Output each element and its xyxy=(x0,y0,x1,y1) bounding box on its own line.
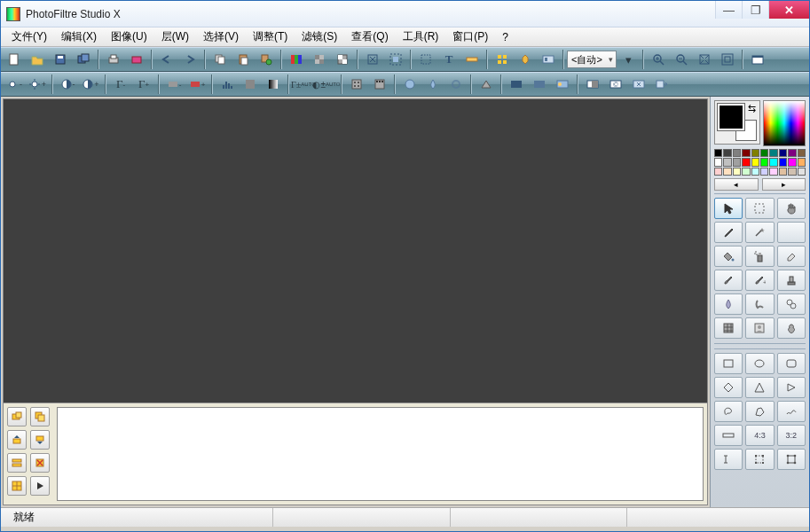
histogram-button[interactable] xyxy=(216,74,238,94)
save-layers-button[interactable] xyxy=(73,50,94,69)
aspect-32[interactable]: 3:2 xyxy=(777,425,806,446)
palette-color[interactable] xyxy=(742,149,750,157)
palette-color[interactable] xyxy=(769,149,777,157)
gamma-plus-button[interactable]: Γ+ xyxy=(133,74,154,94)
palette-prev-button[interactable]: ◂ xyxy=(714,178,759,191)
transform-tool[interactable] xyxy=(777,449,806,470)
clone-tool[interactable] xyxy=(777,293,806,315)
menu-layer[interactable]: 层(W) xyxy=(154,27,196,46)
portrait-tool[interactable] xyxy=(745,317,774,339)
fullscreen-button[interactable] xyxy=(747,50,768,69)
image-size-button[interactable] xyxy=(362,50,383,69)
shape-rect[interactable] xyxy=(714,353,743,374)
save-button[interactable] xyxy=(50,50,71,69)
export-button[interactable] xyxy=(651,74,672,94)
palette-color[interactable] xyxy=(779,149,787,157)
layer-thumbnails[interactable] xyxy=(57,407,704,501)
close-button[interactable]: ✕ xyxy=(768,1,809,19)
contrast-plus-button[interactable]: + xyxy=(80,74,101,94)
deform-tool[interactable] xyxy=(777,317,806,339)
new-button[interactable] xyxy=(4,50,25,69)
menu-adjust[interactable]: 调整(T) xyxy=(246,27,295,46)
advanced-brush-tool[interactable]: + xyxy=(745,270,774,291)
wand-tool[interactable] xyxy=(745,222,774,243)
transparent-button[interactable] xyxy=(332,50,353,69)
menu-file[interactable]: 文件(Y) xyxy=(4,27,54,46)
open-button[interactable] xyxy=(27,50,48,69)
hand-tool[interactable] xyxy=(777,198,806,219)
caret-tool[interactable] xyxy=(714,449,743,470)
shape-polygon[interactable] xyxy=(745,401,774,422)
sharpen-button[interactable] xyxy=(346,74,367,94)
paste-button[interactable] xyxy=(232,50,254,69)
foreground-color[interactable] xyxy=(718,104,744,130)
palette-color[interactable] xyxy=(751,149,759,157)
redo-button[interactable] xyxy=(179,50,201,69)
palette-color[interactable] xyxy=(798,149,806,157)
palette-color[interactable] xyxy=(788,158,796,166)
automate-button[interactable] xyxy=(492,50,513,69)
auto-zoom-button[interactable] xyxy=(717,50,738,69)
contrast-minus-button[interactable]: - xyxy=(57,74,78,94)
shape-diamond[interactable] xyxy=(714,377,743,398)
shape-free[interactable] xyxy=(777,401,806,422)
palette-color[interactable] xyxy=(769,158,777,166)
variations-2-button[interactable] xyxy=(529,74,550,94)
photomasque-button[interactable] xyxy=(582,74,603,94)
plugin-filter-button[interactable] xyxy=(628,74,649,94)
palette-color[interactable] xyxy=(769,168,777,176)
soften-button[interactable] xyxy=(445,74,467,94)
layer-grid-button[interactable] xyxy=(7,476,27,496)
palette-color[interactable] xyxy=(742,168,750,176)
menu-help[interactable]: ? xyxy=(495,29,515,45)
select-tool[interactable] xyxy=(745,198,774,219)
indexed-button[interactable] xyxy=(309,50,330,69)
gradient-button[interactable] xyxy=(263,74,284,94)
palette-color[interactable] xyxy=(788,168,796,176)
copy-button[interactable] xyxy=(209,50,231,69)
palette-color[interactable] xyxy=(733,158,741,166)
menu-image[interactable]: 图像(U) xyxy=(104,27,154,46)
zoom-select[interactable]: <自动> xyxy=(567,51,617,68)
show-selection-button[interactable] xyxy=(415,50,436,69)
copyright-button[interactable]: © xyxy=(605,74,626,94)
zoom-in-button[interactable] xyxy=(648,50,669,69)
auto-levels-button[interactable]: Γ±AUTO xyxy=(293,74,314,94)
swap-colors-icon[interactable]: ⇆ xyxy=(748,103,756,114)
menu-tools[interactable]: 工具(R) xyxy=(396,27,446,46)
drop-button[interactable] xyxy=(422,74,444,94)
layer-merge-button[interactable] xyxy=(7,453,27,473)
palette-color[interactable] xyxy=(714,158,722,166)
shape-triangle[interactable] xyxy=(745,377,774,398)
spray-tool[interactable] xyxy=(745,246,774,267)
layer-delete-button[interactable] xyxy=(30,453,50,473)
palette-color[interactable] xyxy=(779,158,787,166)
palette-color[interactable] xyxy=(723,149,731,157)
variations-3-button[interactable] xyxy=(552,74,573,94)
paste-new-button[interactable] xyxy=(256,50,277,69)
color-swatch[interactable]: ⇆ xyxy=(714,100,760,145)
shape-roundrect[interactable] xyxy=(777,353,806,374)
saturation-minus-button[interactable]: - xyxy=(163,74,185,94)
palette-color[interactable] xyxy=(723,168,731,176)
canvas-size-button[interactable] xyxy=(385,50,406,69)
layer-up-button[interactable] xyxy=(7,430,27,450)
grayscale-button[interactable] xyxy=(240,74,261,94)
shape-ellipse[interactable] xyxy=(745,353,774,374)
text-button[interactable]: T xyxy=(438,50,460,69)
palette-color[interactable] xyxy=(723,158,731,166)
aspect-43[interactable]: 4:3 xyxy=(745,425,774,446)
undo-button[interactable] xyxy=(156,50,177,69)
menu-window[interactable]: 窗口(P) xyxy=(445,27,495,46)
pointer-tool[interactable] xyxy=(714,198,743,219)
menu-filter[interactable]: 滤镜(S) xyxy=(295,27,344,46)
blur-button[interactable] xyxy=(399,74,421,94)
palette-color[interactable] xyxy=(760,158,768,166)
palette-color[interactable] xyxy=(760,149,768,157)
gamma-minus-button[interactable]: Γ- xyxy=(110,74,131,94)
maximize-button[interactable]: ❐ xyxy=(742,1,768,19)
menu-edit[interactable]: 编辑(X) xyxy=(54,27,104,46)
rgb-button[interactable] xyxy=(286,50,307,69)
palette-color[interactable] xyxy=(742,158,750,166)
variations-1-button[interactable] xyxy=(506,74,527,94)
